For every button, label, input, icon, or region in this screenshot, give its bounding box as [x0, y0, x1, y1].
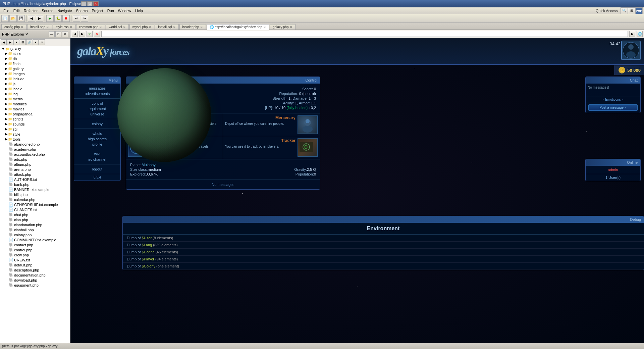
no-messages-button[interactable]: No messages	[126, 180, 320, 189]
menu-irc-link[interactable]: irc channel	[77, 157, 118, 162]
tree-folder-db[interactable]: ▶ 📁 db	[0, 56, 70, 61]
tree-file-academy[interactable]: 🐘 academy.php	[0, 147, 70, 152]
tree-file-crew[interactable]: 🐘 crew.php	[0, 252, 70, 257]
menu-search[interactable]: Search	[74, 8, 90, 13]
minimize-button[interactable]: ─	[81, 1, 87, 6]
menu-refactor[interactable]: Refactor	[22, 8, 40, 13]
menu-advertisements-link[interactable]: advertisements	[77, 91, 118, 96]
tree-root-galaxy[interactable]: ▼ 📁 galaxy	[0, 46, 70, 51]
tree-folder-class[interactable]: ▶ 📁 class	[0, 51, 70, 56]
tree-file-arena[interactable]: 🐘 arena.php	[0, 167, 70, 172]
debug-button[interactable]: 🐛	[54, 15, 62, 22]
menu-source[interactable]: Source	[40, 8, 55, 13]
tree-folder-locale[interactable]: ▶ 📁 locale	[0, 86, 70, 91]
tree-folder-flash[interactable]: ▶ 📁 flash	[0, 61, 70, 66]
tree-folder-media[interactable]: ▶ 📁 media	[0, 96, 70, 101]
tree-file-community[interactable]: 📄 COMMUNITY.txt.example	[0, 237, 70, 242]
link-editor-icon[interactable]: 🔗	[26, 39, 32, 45]
tab-config-php[interactable]: config.php ✕	[1, 24, 26, 30]
browser-back-button[interactable]: ◀	[72, 31, 78, 37]
undo-button[interactable]: ↩	[73, 15, 80, 22]
open-button[interactable]: 📂	[9, 15, 17, 22]
tree-file-control[interactable]: 🐘 control.php	[0, 247, 70, 252]
nav-up-icon[interactable]: ▲	[13, 39, 19, 45]
menu-edit[interactable]: Edit	[11, 8, 22, 13]
tree-file-abandoned[interactable]: 🐘 abandoned.php	[0, 142, 70, 147]
close-button[interactable]: ✕	[93, 1, 99, 6]
tree-folder-modules[interactable]: ▶ 📁 modules	[0, 101, 70, 106]
tree-file-bank[interactable]: 🐘 bank.php	[0, 182, 70, 187]
back-button[interactable]: ◀	[28, 15, 35, 22]
tree-file-description[interactable]: 🐘 description.php	[0, 267, 70, 272]
menu-universe-link[interactable]: universe	[77, 111, 118, 117]
new-button[interactable]: 📄	[1, 15, 9, 22]
menu-project[interactable]: Project	[90, 8, 105, 13]
tab-common-php[interactable]: common.php ✕	[76, 24, 105, 30]
tree-file-album[interactable]: 🐘 album.php	[0, 162, 70, 167]
tab-style-css[interactable]: style.css ✕	[53, 24, 75, 30]
quick-access-button[interactable]: 🔍	[621, 7, 628, 14]
tree-file-bills[interactable]: 🐘 bills.php	[0, 192, 70, 197]
perspective-button[interactable]: ⊞	[628, 7, 635, 14]
browser-go-button[interactable]: ▶	[629, 31, 635, 37]
browser-forward-button[interactable]: ▶	[79, 31, 85, 37]
tree-folder-tools[interactable]: ▶ 📁 tools	[0, 137, 70, 142]
nav-forward-icon[interactable]: ▶	[7, 39, 13, 45]
tab-close-icon[interactable]: ✕	[263, 26, 266, 29]
tab-galaxy-index[interactable]: 🌐 http://localhost/galaxy/index.php ✕	[207, 24, 269, 30]
collapse-button[interactable]: —	[49, 31, 55, 37]
tree-file-colony[interactable]: 🐘 colony.php	[0, 232, 70, 237]
browser-stop-button[interactable]: ✕	[94, 31, 100, 37]
tab-close-icon[interactable]: ✕	[200, 26, 203, 29]
dump-row-lang[interactable]: Dump of $Lang (839 elements)	[123, 242, 644, 249]
menu-help[interactable]: Help	[133, 8, 145, 13]
tab-close-icon[interactable]: ✕	[46, 26, 49, 29]
maximize-panel-button[interactable]: □	[55, 31, 61, 37]
tab-header-php[interactable]: header.php ✕	[179, 24, 206, 30]
save-button[interactable]: 💾	[17, 15, 25, 22]
tree-file-calendar[interactable]: 🐘 calendar.php	[0, 197, 70, 202]
menu-navigate[interactable]: Navigate	[55, 8, 74, 13]
tree-folder-js[interactable]: ▶ 📁 js	[0, 81, 70, 86]
tab-mysql-php[interactable]: mysql.php ✕	[129, 24, 155, 30]
dump-row-config[interactable]: Dump of $Config (45 elements)	[123, 249, 644, 256]
menu-highscores-link[interactable]: high scores	[77, 136, 118, 142]
close-panel-button[interactable]: ✕	[62, 31, 68, 37]
card-mercenary[interactable]: Mercenary Depot office where you can hir…	[223, 113, 320, 136]
tree-file-clanhall[interactable]: 🐘 clanhall.php	[0, 227, 70, 232]
tree-file-contact[interactable]: 🐘 contact.php	[0, 242, 70, 247]
tree-folder-log[interactable]: ▶ 📁 log	[0, 91, 70, 96]
tree-folder-movies[interactable]: ▶ 📁 movies	[0, 106, 70, 111]
menu-messages-link[interactable]: messages	[77, 86, 118, 91]
tree-file-accountlocked[interactable]: 🐘 accountlocked.php	[0, 152, 70, 157]
filter-icon[interactable]: ▾	[33, 39, 39, 45]
tab-close-icon[interactable]: ✕	[99, 26, 102, 29]
dump-row-player[interactable]: Dump of $Player (94 elements)	[123, 256, 644, 263]
tree-file-attack[interactable]: 🐘 attack.php	[0, 172, 70, 177]
tree-file-clandonation[interactable]: 🐘 clandonation.php	[0, 222, 70, 227]
tree-file-clan[interactable]: 🐘 clan.php	[0, 217, 70, 222]
tab-close-icon[interactable]: ✕	[290, 26, 292, 29]
dump-row-colony[interactable]: Dump of $Colony (one element)	[123, 263, 644, 270]
nav-back-icon[interactable]: ◀	[1, 39, 7, 45]
menu-colony-link[interactable]: colony	[77, 121, 118, 127]
tab-close-icon[interactable]: ✕	[21, 26, 23, 29]
maximize-button[interactable]: □	[87, 1, 93, 6]
tab-close-icon[interactable]: ✕	[149, 26, 151, 29]
tree-folder-include[interactable]: ▶ 📁 include	[0, 76, 70, 81]
tree-file-documentation[interactable]: 🐘 documentation.php	[0, 272, 70, 278]
tab-world-sql[interactable]: world.sql ✕	[106, 24, 128, 30]
tree-folder-gallery[interactable]: ▶ 📁 gallery	[0, 66, 70, 71]
stop-button[interactable]: ⏹	[62, 15, 70, 22]
open-browser-button[interactable]: 🌐	[637, 31, 643, 37]
tree-file-download[interactable]: 🐘 download.php	[0, 278, 70, 283]
tree-folder-images[interactable]: ▶ 📁 images	[0, 71, 70, 76]
tab-close-icon[interactable]: ✕	[123, 26, 126, 29]
tree-folder-propaganda[interactable]: ▶ 📁 propaganda	[0, 111, 70, 116]
tree-file-changes[interactable]: 📄 CHANGES.txt	[0, 207, 70, 212]
menu-equipment-link[interactable]: equipment	[77, 106, 118, 111]
redo-button[interactable]: ↪	[81, 15, 88, 22]
tree-folder-scripts[interactable]: ▶ 📁 scripts	[0, 116, 70, 121]
card-tracker[interactable]: Tracker You can use it to track other pl…	[223, 136, 320, 159]
menu-profile-link[interactable]: profile	[77, 142, 118, 147]
